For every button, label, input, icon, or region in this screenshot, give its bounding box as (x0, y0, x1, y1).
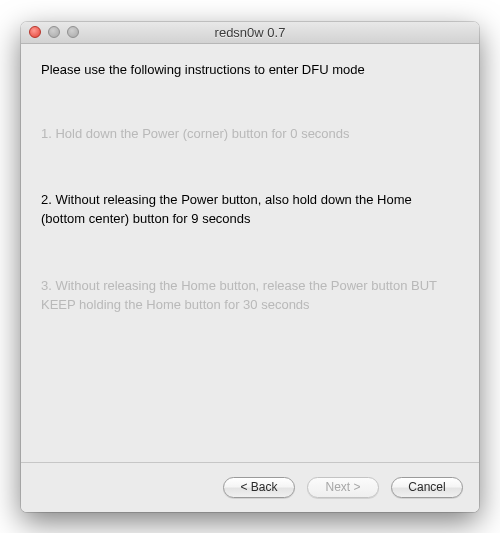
close-icon[interactable] (29, 26, 41, 38)
cancel-button[interactable]: Cancel (391, 477, 463, 498)
back-button[interactable]: < Back (223, 477, 295, 498)
footer-buttons: < Back Next > Cancel (21, 462, 479, 512)
instructions-heading: Please use the following instructions to… (41, 62, 459, 77)
step-2: 2. Without releasing the Power button, a… (41, 191, 459, 229)
step-1: 1. Hold down the Power (corner) button f… (41, 125, 459, 144)
content-area: Please use the following instructions to… (21, 44, 479, 462)
minimize-icon (48, 26, 60, 38)
app-window: redsn0w 0.7 Please use the following ins… (21, 22, 479, 512)
window-title: redsn0w 0.7 (21, 25, 479, 40)
next-button: Next > (307, 477, 379, 498)
step-3: 3. Without releasing the Home button, re… (41, 277, 459, 315)
zoom-icon (67, 26, 79, 38)
window-controls (21, 26, 79, 38)
titlebar[interactable]: redsn0w 0.7 (21, 22, 479, 44)
